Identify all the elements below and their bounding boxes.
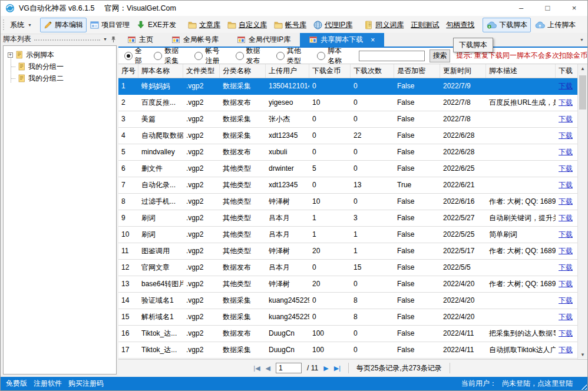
table-row[interactable]: 14 验证域名1 .vgp2 数据采集 kuang2452299 0 8 Fal… [118,293,577,309]
tree-item-my-group-1[interactable]: 我的分组一 [4,61,116,72]
radio-icon[interactable] [276,52,285,60]
radio-other-type[interactable]: 其他类型 [276,48,307,64]
scrollbar-thumb[interactable] [579,75,586,110]
radio-data-publish[interactable]: 数据发布 [236,48,266,64]
download-link[interactable]: 下载 [559,214,573,222]
download-link[interactable]: 下载 [559,329,573,337]
button-custom-library[interactable]: 自定义库 [224,18,270,32]
search-button[interactable]: 搜索 [430,49,450,62]
scroll-up-icon[interactable] [578,64,587,74]
tab-home[interactable]: 主页 [118,33,163,47]
download-link[interactable]: 下载 [559,280,573,288]
tab-close-icon[interactable]: × [371,36,375,44]
table-header-cell[interactable]: 序号 [118,64,138,78]
button-upload-script[interactable]: 上传脚本 [531,18,579,32]
tab-shared-script-download[interactable]: 共享脚本下载 × [300,33,384,47]
table-header-cell[interactable]: 分类名称 [220,64,266,78]
free-version-label[interactable]: 免费版 [6,379,27,389]
table-row[interactable]: 11 图鉴调用 .vgp2 其他类型 钟泽树 20 1 False 2022/5… [118,243,577,260]
download-link[interactable]: 下载 [559,164,573,173]
download-link[interactable]: 下载 [559,98,573,107]
prev-page-button[interactable]: ◀ [266,365,270,372]
download-link[interactable]: 下载 [559,263,573,271]
table-row[interactable]: 1 蜂妈妈妈 .vgp2 数据采集 13504121014 0 0 False … [118,78,577,95]
radio-icon[interactable] [194,52,203,60]
close-button[interactable]: × [561,1,587,16]
tree-item-my-group-2[interactable]: 我的分组二 [4,72,116,84]
table-row[interactable]: 13 base64转图片 .vgp2 其他类型 钟泽树 20 0 False 2… [118,276,577,293]
download-link[interactable]: 下载 [559,131,573,140]
tab-global-accounts[interactable]: 全局帐号库 [163,33,228,47]
scroll-down-icon[interactable] [578,350,587,360]
button-regex-test[interactable]: 正则测试 [407,18,442,32]
button-project-manage[interactable]: 项目管理 [87,18,133,32]
download-link[interactable]: 下载 [559,230,573,238]
table-header-cell[interactable]: 脚本名称 [138,64,183,78]
radio-icon[interactable] [154,52,162,60]
page-input[interactable] [276,363,302,373]
vertical-scrollbar[interactable] [577,64,587,360]
panel-dropdown-icon[interactable] [103,37,107,41]
table-header-cell[interactable]: 文件类型 [183,64,220,78]
table-row[interactable]: 8 过滤手机... .vgp2 其他类型 钟泽树 10 0 False 2022… [118,194,577,210]
tab-global-proxy-ip[interactable]: 全局代理IP库 [228,33,300,47]
button-article-library[interactable]: 文章库 [184,18,224,32]
download-link[interactable]: 下载 [559,313,573,321]
download-link[interactable]: 下载 [559,148,573,156]
button-account-library[interactable]: 帐号库 [270,18,310,32]
download-link[interactable]: 下载 [559,115,573,123]
button-synonym-library[interactable]: 同义词库 [361,18,407,32]
search-input[interactable] [359,51,425,61]
download-link[interactable]: 下载 [559,82,573,90]
table-row[interactable]: 12 官网文章 .vgp2 数据发布 吕本月 0 15 False 2022/5… [118,260,577,276]
table-row[interactable]: 3 美篇 .vgp2 数据采集 张小杰 0 0 False 2022/7/8 下… [118,111,577,128]
table-row[interactable]: 17 Tiktok_达... .vgp2 数据采集 DuugCn 100 0 F… [118,342,577,359]
table-row[interactable]: 16 Tiktok_达... .vgp2 数据发布 DuugCn 100 0 F… [118,326,577,342]
last-page-button[interactable]: ▶| [334,365,341,372]
radio-icon[interactable] [236,52,244,60]
download-link[interactable]: 下载 [559,346,573,354]
button-exe-develop[interactable]: EXE开发 [133,18,180,32]
table-row[interactable]: 2 百度反推... .vgp2 数据发布 yigeseo 10 0 False … [118,95,577,111]
buy-license-link[interactable]: 购买注册码 [68,379,104,389]
table-row[interactable]: 4 自动爬取数据 .vgp2 数据采集 xdt12345 0 22 False … [118,128,577,144]
table-header-cell[interactable]: 是否加密 [394,64,440,78]
radio-script-name[interactable]: 脚本名称 [317,48,348,64]
radio-icon[interactable] [124,52,133,60]
tab-overflow-icon[interactable] [580,38,584,42]
pin-icon[interactable] [110,36,117,43]
table-header-cell[interactable]: 上传用户 [266,64,309,78]
button-download-manage[interactable]: 下载管理 [584,18,588,32]
maximize-button[interactable]: □ [534,1,561,16]
table-header-cell[interactable]: 下载 [556,64,576,78]
first-page-button[interactable]: |◀ [253,365,260,372]
table-header-cell[interactable]: 更新时间 [440,64,486,78]
tree-item-example-scripts[interactable]: 示例脚本 [4,49,116,61]
radio-data-collect[interactable]: 数据采集 [154,48,184,64]
radio-all[interactable]: 全部 [124,48,144,64]
download-link[interactable]: 下载 [559,197,573,206]
button-handle-find[interactable]: 句柄查找 [442,18,478,32]
download-link[interactable]: 下载 [559,181,573,189]
table-row[interactable]: 6 删文件 .vgp2 其他类型 drwinter 5 0 False 2022… [118,161,577,177]
button-proxy-ip-library[interactable]: 代理IP库 [310,18,356,32]
expand-icon[interactable] [8,52,13,58]
radio-account-register[interactable]: 帐号注册 [194,48,225,64]
table-header-cell[interactable]: 下载次数 [351,64,394,78]
next-page-button[interactable]: ▶ [323,365,328,372]
minimize-button[interactable]: – [508,1,534,16]
download-link[interactable]: 下载 [559,247,573,255]
table-header-cell[interactable]: 下载金币 [309,64,351,78]
table-row[interactable]: 10 刷词 .vgp2 其他类型 吕本月 1 1 False 2022/5/25… [118,227,577,243]
resize-grip[interactable] [579,382,587,390]
table-row[interactable]: 5 mindvalley .vgp2 数据发布 xubuli 0 0 False… [118,144,577,161]
table-row[interactable]: 9 刷词 .vgp2 其他类型 吕本月 1 3 False 2022/5/27 … [118,210,577,227]
radio-icon[interactable] [317,52,325,60]
table-row[interactable]: 7 自动化录... .vgp2 其他类型 xdt12345 0 13 True … [118,177,577,194]
download-link[interactable]: 下载 [559,296,573,304]
menu-system[interactable]: 系统 [6,18,35,32]
login-link[interactable]: 尚未登陆，点这里登陆 [502,379,573,389]
button-script-edit[interactable]: 脚本编辑 [40,18,87,32]
button-download-script[interactable]: 下载脚本 [483,18,531,32]
table-header-cell[interactable]: 脚本描述 [486,64,556,78]
